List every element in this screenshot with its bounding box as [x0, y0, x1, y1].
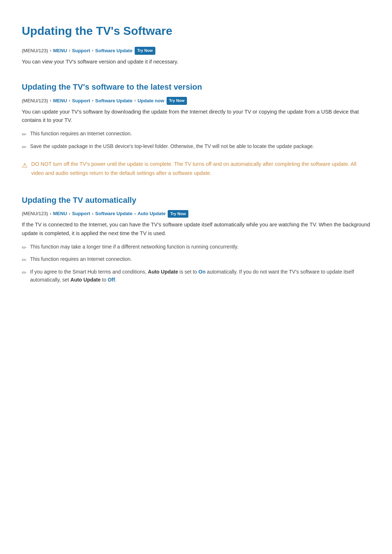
- s2-breadcrumb-sep4: ›: [134, 210, 136, 217]
- section2-breadcrumb: (MENU/123) › MENU › Support › Software U…: [22, 210, 370, 218]
- section2-note-1-text: This function may take a longer time if …: [30, 243, 238, 251]
- s1-breadcrumb-sep2: ›: [69, 97, 70, 104]
- s1-breadcrumb-update-now: Update now: [138, 97, 164, 105]
- s2-breadcrumb-menu123: (MENU/123): [22, 210, 48, 218]
- section1-title: Updating the TV's software to the latest…: [22, 81, 370, 93]
- pencil-icon-5: ✏: [22, 268, 26, 278]
- s1-breadcrumb-software-update: Software Update: [95, 97, 132, 105]
- section2-note-1: ✏ This function may take a longer time i…: [22, 243, 370, 253]
- s2-breadcrumb-software-update: Software Update: [95, 210, 132, 218]
- section1-note-1-text: This function requires an Internet conne…: [30, 130, 132, 138]
- auto-update-term-2: Auto Update: [70, 277, 101, 283]
- try-now-badge-s1[interactable]: Try Now: [167, 97, 187, 105]
- s2-breadcrumb-auto-update: Auto Update: [138, 210, 166, 218]
- section2-note-3: ✏ If you agree to the Smart Hub terms an…: [22, 268, 370, 284]
- section2-intro: If the TV is connected to the Internet, …: [22, 221, 370, 237]
- intro-breadcrumb: (MENU/123) › MENU › Support › Software U…: [22, 47, 370, 55]
- section1-warning: ⚠ DO NOT turn off the TV's power until t…: [22, 158, 370, 179]
- s1-breadcrumb-support: Support: [72, 97, 90, 105]
- section2-note-2-text: This function requires an Internet conne…: [30, 255, 132, 263]
- s1-breadcrumb-sep1: ›: [50, 97, 51, 104]
- warning-triangle-icon: ⚠: [22, 160, 28, 171]
- section1-note-2-text: Save the update package in the USB devic…: [30, 142, 314, 150]
- try-now-badge-s2[interactable]: Try Now: [168, 210, 188, 218]
- s2-breadcrumb-menu: MENU: [53, 210, 67, 218]
- section1-note-1: ✏ This function requires an Internet con…: [22, 130, 370, 139]
- s2-breadcrumb-sep3: ›: [92, 210, 93, 217]
- breadcrumb-menu123: (MENU/123): [22, 47, 48, 55]
- pencil-icon-2: ✏: [22, 143, 26, 152]
- section2-note-3-text: If you agree to the Smart Hub terms and …: [30, 268, 370, 284]
- section2-note-2: ✏ This function requires an Internet con…: [22, 255, 370, 265]
- breadcrumb-menu: MENU: [53, 47, 67, 55]
- section1-breadcrumb: (MENU/123) › MENU › Support › Software U…: [22, 97, 370, 105]
- auto-update-term-1: Auto Update: [148, 269, 178, 275]
- s2-breadcrumb-sep2: ›: [69, 210, 70, 217]
- off-value: Off: [108, 277, 115, 283]
- section1-warning-text: DO NOT turn off the TV's power until the…: [31, 160, 370, 177]
- on-value: On: [199, 269, 205, 275]
- page-title: Updating the TV's Software: [22, 22, 370, 40]
- section2-title: Updating the TV automatically: [22, 194, 370, 206]
- breadcrumb-sep1: ›: [50, 47, 51, 54]
- section2-notes: ✏ This function may take a longer time i…: [22, 243, 370, 284]
- pencil-icon-1: ✏: [22, 130, 26, 139]
- breadcrumb-software-update: Software Update: [95, 47, 132, 55]
- intro-text: You can view your TV's software version …: [22, 58, 370, 66]
- s1-breadcrumb-sep4: ›: [134, 97, 136, 104]
- s2-breadcrumb-sep1: ›: [50, 210, 51, 217]
- section1-notes: ✏ This function requires an Internet con…: [22, 130, 370, 152]
- section1-note-2: ✏ Save the update package in the USB dev…: [22, 142, 370, 152]
- breadcrumb-sep2: ›: [69, 47, 70, 54]
- s1-breadcrumb-menu: MENU: [53, 97, 67, 105]
- try-now-badge-intro[interactable]: Try Now: [135, 47, 155, 55]
- breadcrumb-sep3: ›: [92, 47, 93, 54]
- section1-intro: You can update your TV's software by dow…: [22, 108, 370, 124]
- s1-breadcrumb-sep3: ›: [92, 97, 93, 104]
- pencil-icon-3: ✏: [22, 243, 26, 253]
- s1-breadcrumb-menu123: (MENU/123): [22, 97, 48, 105]
- breadcrumb-support: Support: [72, 47, 90, 55]
- pencil-icon-4: ✏: [22, 255, 26, 265]
- s2-breadcrumb-support: Support: [72, 210, 90, 218]
